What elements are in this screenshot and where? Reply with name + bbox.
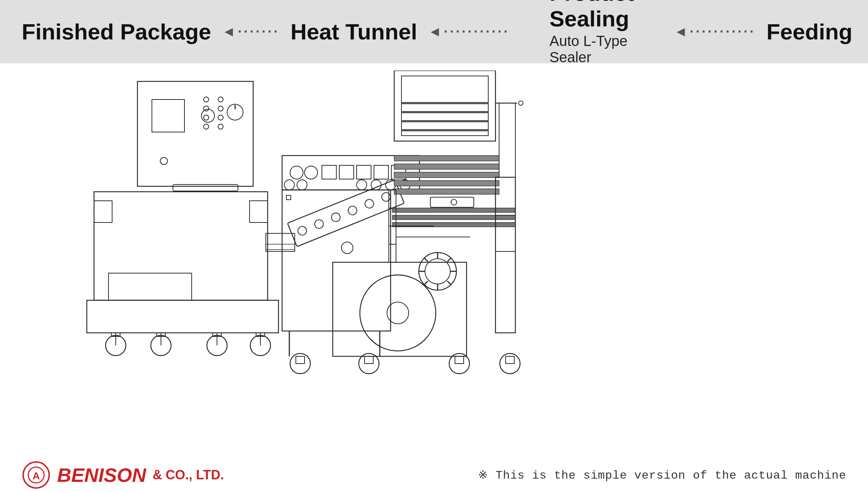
svg-rect-92 xyxy=(333,262,467,356)
svg-rect-14 xyxy=(173,184,238,191)
header-bar: Finished Package ◄······· Heat Tunnel ◄·… xyxy=(0,0,868,63)
svg-point-10 xyxy=(218,124,223,129)
svg-rect-18 xyxy=(87,300,278,333)
svg-rect-64 xyxy=(394,164,499,169)
svg-point-6 xyxy=(218,106,223,111)
svg-line-88 xyxy=(424,258,428,262)
feeding-label: Feeding xyxy=(766,19,852,44)
svg-line-89 xyxy=(447,281,451,285)
svg-rect-1 xyxy=(152,99,184,132)
svg-rect-68 xyxy=(392,208,515,212)
svg-point-4 xyxy=(218,97,223,102)
svg-rect-81 xyxy=(286,195,291,200)
svg-point-13 xyxy=(160,157,167,165)
product-sealing-label: Product Sealing xyxy=(549,0,634,31)
svg-point-57 xyxy=(297,225,308,236)
svg-rect-0 xyxy=(137,81,253,186)
svg-point-7 xyxy=(204,115,209,120)
arrow2: ◄··········· xyxy=(428,24,510,39)
svg-rect-98 xyxy=(296,356,305,364)
svg-point-93 xyxy=(360,275,436,351)
svg-point-62 xyxy=(380,191,392,203)
svg-rect-67 xyxy=(394,189,499,194)
svg-rect-79 xyxy=(282,190,391,331)
svg-line-91 xyxy=(447,258,451,262)
footer: A BENISON & CO., LTD. ※ This is the simp… xyxy=(0,458,868,492)
brand-logo: A BENISON & CO., LTD. xyxy=(22,461,224,489)
product-sub-label: Auto L-Type Sealer xyxy=(549,33,634,65)
finished-package-label: Finished Package xyxy=(22,19,211,44)
svg-point-59 xyxy=(330,212,341,223)
svg-rect-100 xyxy=(365,356,373,364)
svg-rect-66 xyxy=(394,181,499,186)
brand-name: BENISON xyxy=(57,464,146,486)
svg-rect-17 xyxy=(250,201,268,222)
svg-point-5 xyxy=(204,106,209,111)
svg-point-61 xyxy=(364,198,375,209)
svg-rect-71 xyxy=(430,197,474,207)
svg-point-80 xyxy=(341,242,353,254)
svg-point-72 xyxy=(451,199,457,205)
svg-rect-105 xyxy=(495,177,515,333)
svg-point-60 xyxy=(347,205,358,216)
svg-point-44 xyxy=(305,166,318,179)
svg-rect-48 xyxy=(374,165,388,179)
svg-rect-33 xyxy=(266,244,295,250)
svg-rect-47 xyxy=(357,165,371,179)
svg-rect-32 xyxy=(266,233,295,251)
svg-rect-15 xyxy=(94,192,268,300)
svg-point-51 xyxy=(297,180,307,190)
svg-point-58 xyxy=(313,219,324,230)
svg-rect-63 xyxy=(394,156,499,161)
svg-point-41 xyxy=(519,101,523,105)
svg-rect-45 xyxy=(322,165,336,179)
brand-icon: A xyxy=(22,461,51,489)
svg-point-50 xyxy=(284,180,294,190)
svg-text:A: A xyxy=(33,470,40,482)
heat-tunnel-label: Heat Tunnel xyxy=(290,19,417,44)
main-content xyxy=(0,63,868,492)
machine-diagram xyxy=(36,71,832,450)
svg-rect-104 xyxy=(506,356,514,364)
svg-point-52 xyxy=(357,180,367,190)
svg-rect-35 xyxy=(401,76,488,136)
svg-point-43 xyxy=(290,166,303,179)
svg-rect-19 xyxy=(109,273,192,300)
svg-point-9 xyxy=(204,124,209,129)
footer-note: ※ This is the simple version of the actu… xyxy=(478,468,846,482)
arrow3: ◄··········· xyxy=(674,24,756,39)
svg-rect-46 xyxy=(339,165,354,179)
svg-point-3 xyxy=(204,97,209,102)
arrow1: ◄······· xyxy=(222,24,280,39)
brand-co: & CO., LTD. xyxy=(153,467,224,483)
svg-point-8 xyxy=(218,115,223,120)
svg-rect-16 xyxy=(94,201,112,222)
svg-rect-69 xyxy=(392,215,515,220)
svg-line-90 xyxy=(424,281,428,285)
svg-rect-102 xyxy=(455,356,464,364)
svg-rect-65 xyxy=(394,172,499,178)
